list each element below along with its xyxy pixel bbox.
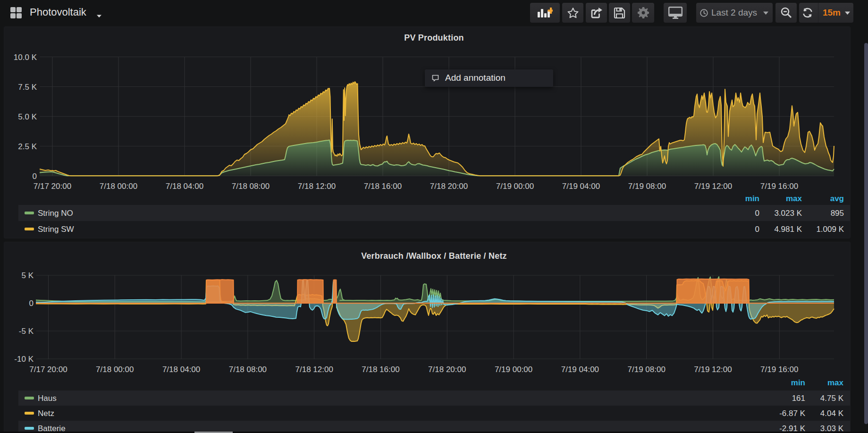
svg-text:7/17 20:00: 7/17 20:00 [34, 182, 71, 191]
svg-text:7/18 12:00: 7/18 12:00 [295, 365, 333, 374]
svg-text:7/19 04:00: 7/19 04:00 [562, 182, 600, 191]
svg-text:7/19 00:00: 7/19 00:00 [495, 365, 532, 374]
svg-text:7/18 12:00: 7/18 12:00 [298, 182, 336, 191]
svg-text:7/18 08:00: 7/18 08:00 [229, 365, 267, 374]
svg-text:-5 K: -5 K [19, 327, 34, 336]
svg-text:7/17 20:00: 7/17 20:00 [29, 365, 67, 374]
svg-text:7/18 16:00: 7/18 16:00 [362, 365, 399, 374]
svg-text:7/18 08:00: 7/18 08:00 [232, 182, 270, 191]
svg-text:7/19 08:00: 7/19 08:00 [628, 182, 666, 191]
svg-text:7/18 04:00: 7/18 04:00 [162, 365, 200, 374]
svg-text:7/18 20:00: 7/18 20:00 [430, 182, 468, 191]
svg-text:7/19 12:00: 7/19 12:00 [694, 365, 732, 374]
svg-text:7/19 12:00: 7/19 12:00 [694, 182, 732, 191]
svg-text:7/19 16:00: 7/19 16:00 [760, 365, 798, 374]
svg-text:7/18 00:00: 7/18 00:00 [100, 182, 137, 191]
svg-text:2.5 K: 2.5 K [18, 142, 37, 151]
svg-text:7/18 16:00: 7/18 16:00 [364, 182, 402, 191]
svg-text:10.0 K: 10.0 K [14, 53, 37, 62]
svg-text:7/19 04:00: 7/19 04:00 [561, 365, 599, 374]
svg-text:7/19 16:00: 7/19 16:00 [760, 182, 798, 191]
svg-text:0: 0 [33, 172, 37, 181]
svg-text:7/19 08:00: 7/19 08:00 [628, 365, 666, 374]
svg-text:5.0 K: 5.0 K [18, 112, 37, 121]
svg-text:7/19 00:00: 7/19 00:00 [496, 182, 534, 191]
svg-text:7/18 00:00: 7/18 00:00 [96, 365, 134, 374]
svg-text:7/18 04:00: 7/18 04:00 [166, 182, 203, 191]
svg-text:5 K: 5 K [21, 271, 34, 280]
svg-text:7.5 K: 7.5 K [18, 83, 37, 92]
svg-text:7/18 20:00: 7/18 20:00 [428, 365, 466, 374]
svg-text:-10 K: -10 K [14, 355, 34, 364]
svg-text:0: 0 [29, 299, 34, 308]
